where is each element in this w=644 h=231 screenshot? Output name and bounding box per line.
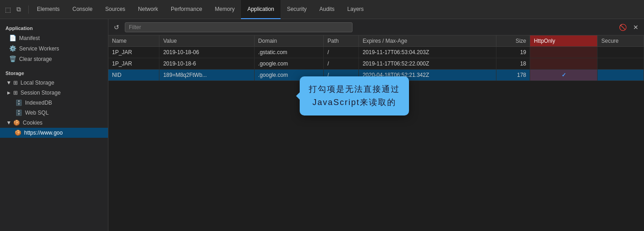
devtools-icons: ⬚ ⧉ [4,5,29,14]
tab-list: ElementsConsoleSourcesNetworkPerformance… [31,0,370,19]
close-button[interactable]: ✕ [631,23,640,32]
manifest-label: Manifest [19,35,40,41]
local-storage-label: Local Storage [20,80,54,86]
storage-section-title: Storage [0,68,108,78]
sidebar-item-clear-storage[interactable]: 🗑️ Clear storage [0,54,108,64]
tab-layers[interactable]: Layers [341,0,370,19]
sidebar-item-manifest[interactable]: 📄 Manifest [0,33,108,43]
tab-sources[interactable]: Sources [99,0,132,19]
col-domain: Domain [254,35,323,47]
table-wrapper: NameValueDomainPathExpires / Max-AgeSize… [108,35,644,231]
sidebar: Application 📄 Manifest ⚙️ Service Worker… [0,19,108,231]
clear-storage-icon: 🗑️ [9,55,16,62]
col-size: Size [496,35,530,47]
col-name: Name [108,35,159,47]
table-row[interactable]: 1P_JAR2019-10-18-6.google.com/2019-11-17… [108,58,644,70]
tab-application[interactable]: Application [241,0,281,19]
col-httponly: HttpOnly [530,35,598,47]
app-section-title: Application [0,23,108,33]
triangle-icon: ▶ [7,121,11,125]
web-sql-icon: 🗄️ [15,110,22,116]
sidebar-item-local-storage[interactable]: ▶ ⊞ Local Storage [0,78,108,88]
cookies-url-icon: 🍪 [15,130,21,136]
refresh-button[interactable]: ↺ [112,23,121,32]
local-storage-icon: ⊞ [13,80,18,86]
cookies-icon: 🍪 [13,120,20,126]
sidebar-item-service-workers[interactable]: ⚙️ Service Workers [0,43,108,54]
cookies-url-label: https://www.goo [24,130,63,136]
top-bar: ⬚ ⧉ ElementsConsoleSourcesNetworkPerform… [0,0,644,19]
sidebar-item-cookies-url[interactable]: 🍪 https://www.goo [0,128,108,138]
col-expires---max-age: Expires / Max-Age [359,35,496,47]
cursor-icon[interactable]: ⬚ [4,5,12,14]
tooltip-line2: JavaScript来读取的 [309,96,400,109]
tab-performance[interactable]: Performance [164,0,209,19]
sidebar-item-cookies[interactable]: ▶ 🍪 Cookies [0,118,108,128]
tab-audits[interactable]: Audits [313,0,341,19]
tab-console[interactable]: Console [66,0,99,19]
triangle-icon: ▶ [7,90,10,95]
cookies-table: NameValueDomainPathExpires / Max-AgeSize… [108,35,644,81]
content-area: ↺ 🚫 ✕ NameValueDomainPathExpires / Max-A… [108,19,644,231]
clear-storage-label: Clear storage [19,56,52,62]
tab-network[interactable]: Network [132,0,164,19]
indexeddb-label: IndexedDB [25,100,52,106]
tab-elements[interactable]: Elements [31,0,66,19]
table-body: 1P_JAR2019-10-18-06.gstatic.com/2019-11-… [108,47,644,81]
col-path: Path [324,35,359,47]
storage-section: Storage ▶ ⊞ Local Storage ▶ ⊞ Session St… [0,68,108,138]
manifest-icon: 📄 [9,35,16,41]
toolbar: ↺ 🚫 ✕ [108,19,644,35]
cookies-label: Cookies [23,120,42,126]
filter-input[interactable] [125,22,353,32]
sidebar-item-indexeddb[interactable]: 🗄️ IndexedDB [0,98,108,108]
service-workers-icon: ⚙️ [9,45,16,52]
web-sql-label: Web SQL [25,110,49,116]
table-row[interactable]: 1P_JAR2019-10-18-06.gstatic.com/2019-11-… [108,47,644,58]
col-value: Value [159,35,254,47]
tooltip-line1: 打勾项是无法直接通过 [309,83,400,96]
toolbar-right-icons: 🚫 ✕ [617,23,640,32]
block-button[interactable]: 🚫 [617,23,629,32]
sidebar-item-web-sql[interactable]: 🗄️ Web SQL [0,108,108,118]
device-icon[interactable]: ⧉ [15,5,23,14]
tooltip-bubble: 打勾项是无法直接通过 JavaScript来读取的 [300,76,409,116]
col-secure: Secure [598,35,644,47]
service-workers-label: Service Workers [19,45,59,52]
indexeddb-icon: 🗄️ [15,100,22,106]
tab-security[interactable]: Security [281,0,313,19]
table-header-row: NameValueDomainPathExpires / Max-AgeSize… [108,35,644,47]
main-layout: Application 📄 Manifest ⚙️ Service Worker… [0,19,644,231]
session-storage-label: Session Storage [20,90,61,96]
tab-memory[interactable]: Memory [209,0,241,19]
sidebar-item-session-storage[interactable]: ▶ ⊞ Session Storage [0,88,108,98]
triangle-icon: ▶ [7,81,11,85]
session-storage-icon: ⊞ [13,90,18,96]
